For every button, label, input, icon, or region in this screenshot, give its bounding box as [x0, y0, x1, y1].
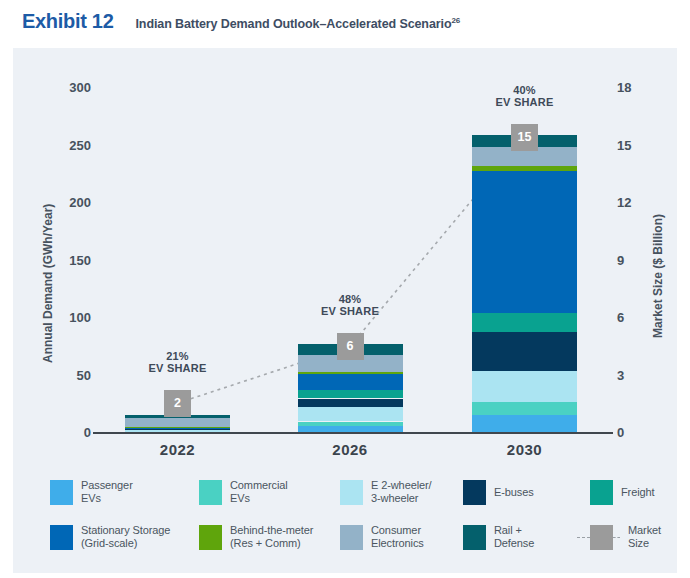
legend-item-e-2-wheeler-3-wheeler: E 2-wheeler/3-wheeler	[340, 479, 432, 505]
left-tick-0: 0	[49, 426, 91, 440]
legend-label: E-buses	[494, 486, 534, 499]
bar-segment-commercial-evs-2026	[298, 422, 403, 427]
legend-swatch-icon	[50, 480, 73, 505]
market-size-dash-left-icon	[577, 537, 590, 538]
left-tick-200: 200	[49, 196, 91, 210]
bar-segment-freight-2022	[125, 428, 230, 429]
bar-segment-e-2-wheeler-3-wheeler-2030	[472, 371, 577, 402]
legend-swatch-icon	[199, 480, 222, 505]
legend-item-behind-the-meter-res-comm: Behind-the-meter(Res + Comm)	[199, 524, 313, 550]
legend-item-passenger-evs: PassengerEVs	[50, 479, 133, 505]
legend-label: E 2-wheeler/3-wheeler	[371, 479, 432, 505]
legend-swatch-icon	[463, 480, 486, 505]
x-label-2026: 2026	[305, 441, 395, 458]
x-label-2030: 2030	[480, 441, 570, 458]
legend-swatch-icon	[340, 480, 363, 505]
legend-label: PassengerEVs	[81, 479, 133, 505]
bar-segment-e-buses-2030	[472, 332, 577, 371]
figure-title: Indian Battery Demand Outlook–Accelerate…	[135, 16, 460, 31]
legend-item-market-size: MarketSize	[577, 524, 661, 550]
bar-segment-freight-2026	[298, 390, 403, 398]
market-size-marker-2022: 2	[164, 390, 191, 417]
figure-header: Exhibit 12 Indian Battery Demand Outlook…	[22, 10, 460, 33]
right-axis-title: Market Size ($ Billion)	[651, 214, 665, 338]
ev-share-label-2022: 21%EV SHARE	[113, 350, 243, 375]
right-tick-15: 15	[617, 139, 659, 153]
legend-item-commercial-evs: CommercialEVs	[199, 479, 288, 505]
bar-segment-freight-2030	[472, 313, 577, 331]
legend-label: MarketSize	[628, 524, 661, 550]
left-tick-50: 50	[49, 369, 91, 383]
legend-swatch-icon	[590, 480, 613, 505]
bar-segment-e-2-wheeler-3-wheeler-2026	[298, 407, 403, 422]
legend-item-stationary-storage-grid-scale: Stationary Storage(Grid-scale)	[50, 524, 170, 550]
legend-swatch-icon	[199, 525, 222, 550]
right-tick-3: 3	[617, 369, 659, 383]
x-axis-line	[93, 432, 613, 434]
chart-panel: 2615 21%EV SHARE48%EV SHARE40%EV SHARE 0…	[13, 48, 677, 573]
left-axis-title: Annual Demand (GWh/Year)	[41, 204, 55, 363]
right-tick-18: 18	[617, 81, 659, 95]
legend-label: Stationary Storage(Grid-scale)	[81, 524, 170, 550]
bar-segment-stationary-storage-grid-scale-2026	[298, 374, 403, 390]
legend-swatch-icon	[590, 525, 613, 550]
legend-item-consumer-electronics: ConsumerElectronics	[340, 524, 424, 550]
left-tick-250: 250	[49, 139, 91, 153]
legend-label: CommercialEVs	[230, 479, 288, 505]
bar-segment-behind-the-meter-res-comm-2026	[298, 372, 403, 374]
bar-segment-passenger-evs-2030	[472, 415, 577, 433]
legend-item-rail-defense: Rail +Defense	[463, 524, 534, 550]
ev-share-label-2026: 48%EV SHARE	[285, 293, 415, 318]
bar-segment-consumer-electronics-2022	[125, 418, 230, 427]
legend-label: Behind-the-meter(Res + Comm)	[230, 524, 313, 550]
legend-label: Rail +Defense	[494, 524, 534, 550]
market-size-marker-2026: 6	[337, 333, 364, 360]
left-tick-100: 100	[49, 311, 91, 325]
right-tick-0: 0	[617, 426, 659, 440]
left-tick-300: 300	[49, 81, 91, 95]
legend-label: Freight	[621, 486, 655, 499]
legend-item-e-buses: E-buses	[463, 479, 534, 505]
ev-share-label-2030: 40%EV SHARE	[460, 84, 590, 109]
x-label-2022: 2022	[133, 441, 223, 458]
bar-segment-commercial-evs-2030	[472, 402, 577, 415]
market-size-dash-right-icon	[613, 537, 620, 538]
bar-segment-behind-the-meter-res-comm-2030	[472, 166, 577, 171]
left-tick-150: 150	[49, 254, 91, 268]
legend-swatch-icon	[50, 525, 73, 550]
market-size-marker-2030: 15	[511, 124, 538, 151]
legend-item-freight: Freight	[590, 479, 655, 505]
right-tick-12: 12	[617, 196, 659, 210]
legend-swatch-icon	[340, 525, 363, 550]
legend-swatch-icon	[463, 525, 486, 550]
legend-label: ConsumerElectronics	[371, 524, 424, 550]
footnote-reference: 26	[451, 16, 460, 25]
bar-segment-stationary-storage-grid-scale-2030	[472, 171, 577, 314]
bar-segment-e-buses-2026	[298, 399, 403, 407]
exhibit-number: Exhibit 12	[22, 10, 113, 33]
